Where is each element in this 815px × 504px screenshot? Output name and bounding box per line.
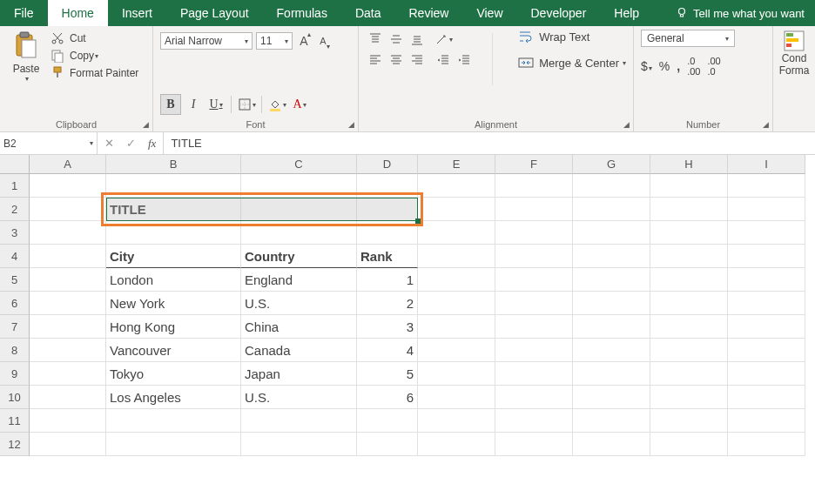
cell-A12[interactable] bbox=[30, 433, 106, 456]
col-header-A[interactable]: A bbox=[30, 155, 106, 174]
font-dialog-launcher[interactable]: ◢ bbox=[348, 120, 354, 129]
decrease-font-size-button[interactable]: A▾ bbox=[315, 31, 331, 50]
cell-F9[interactable] bbox=[495, 362, 573, 386]
alignment-dialog-launcher[interactable]: ◢ bbox=[623, 120, 630, 129]
borders-button[interactable]: ▾ bbox=[236, 94, 257, 115]
cell-A1[interactable] bbox=[30, 174, 106, 198]
cell-E10[interactable] bbox=[418, 386, 495, 409]
cell-C1[interactable] bbox=[241, 174, 357, 198]
cell-F5[interactable] bbox=[495, 268, 573, 292]
insert-function-button[interactable]: fx bbox=[148, 137, 156, 151]
fill-handle[interactable] bbox=[415, 218, 421, 224]
paste-button[interactable]: Paste ▾ bbox=[7, 30, 45, 84]
col-header-H[interactable]: H bbox=[650, 155, 728, 174]
row-header-10[interactable]: 10 bbox=[0, 386, 30, 409]
cell-B1[interactable] bbox=[106, 174, 241, 198]
cell-B4[interactable]: City bbox=[106, 245, 241, 268]
tab-formulas[interactable]: Formulas bbox=[263, 0, 341, 26]
cell-I4[interactable] bbox=[728, 245, 805, 268]
cell-F8[interactable] bbox=[495, 339, 573, 362]
tab-help[interactable]: Help bbox=[600, 0, 653, 26]
row-header-8[interactable]: 8 bbox=[0, 339, 30, 362]
cell-A7[interactable] bbox=[30, 315, 106, 339]
comma-format-button[interactable]: , bbox=[677, 59, 680, 73]
tab-file[interactable]: File bbox=[0, 0, 48, 26]
cell-F4[interactable] bbox=[495, 245, 573, 268]
cell-C3[interactable] bbox=[241, 221, 357, 245]
cell-H4[interactable] bbox=[650, 245, 728, 268]
top-align-button[interactable] bbox=[366, 30, 385, 49]
cell-G4[interactable] bbox=[573, 245, 650, 268]
cell-I2[interactable] bbox=[728, 198, 805, 221]
italic-button[interactable]: I bbox=[183, 94, 204, 115]
bottom-align-button[interactable] bbox=[408, 30, 427, 49]
cell-G7[interactable] bbox=[573, 315, 650, 339]
cell-H9[interactable] bbox=[650, 362, 728, 386]
col-header-C[interactable]: C bbox=[241, 155, 357, 174]
bold-button[interactable]: B bbox=[160, 94, 181, 115]
cell-C10[interactable]: U.S. bbox=[241, 386, 357, 409]
cell-H12[interactable] bbox=[650, 433, 728, 456]
cell-A4[interactable] bbox=[30, 245, 106, 268]
left-align-button[interactable] bbox=[366, 50, 385, 70]
cell-H7[interactable] bbox=[650, 315, 728, 339]
cell-F11[interactable] bbox=[495, 409, 573, 433]
orientation-button[interactable]: ▾ bbox=[434, 30, 453, 49]
cell-A11[interactable] bbox=[30, 409, 106, 433]
cell-B8[interactable]: Vancouver bbox=[106, 339, 241, 362]
increase-indent-button[interactable] bbox=[455, 50, 474, 70]
row-header-1[interactable]: 1 bbox=[0, 174, 30, 198]
format-painter-button[interactable]: Format Painter bbox=[51, 64, 138, 82]
cell-H1[interactable] bbox=[650, 174, 728, 198]
decrease-indent-button[interactable] bbox=[434, 50, 453, 70]
cell-A6[interactable] bbox=[30, 292, 106, 315]
cell-B9[interactable]: Tokyo bbox=[106, 362, 241, 386]
cell-F10[interactable] bbox=[495, 386, 573, 409]
col-header-D[interactable]: D bbox=[357, 155, 418, 174]
clipboard-dialog-launcher[interactable]: ◢ bbox=[143, 120, 149, 129]
name-box[interactable]: B2 ▾ bbox=[0, 132, 98, 154]
font-color-button[interactable]: A ▾ bbox=[289, 94, 310, 115]
cell-I1[interactable] bbox=[728, 174, 805, 198]
cell-D8[interactable]: 4 bbox=[357, 339, 418, 362]
cell-H5[interactable] bbox=[650, 268, 728, 292]
cell-D1[interactable] bbox=[357, 174, 418, 198]
increase-decimal-button[interactable]: .0.00 bbox=[687, 56, 700, 77]
cell-G9[interactable] bbox=[573, 362, 650, 386]
increase-font-size-button[interactable]: A▴ bbox=[296, 31, 312, 50]
accounting-format-button[interactable]: $▾ bbox=[641, 59, 652, 73]
cell-F7[interactable] bbox=[495, 315, 573, 339]
cell-G2[interactable] bbox=[573, 198, 650, 221]
cell-F3[interactable] bbox=[495, 221, 573, 245]
cell-B5[interactable]: London bbox=[106, 268, 241, 292]
row-header-11[interactable]: 11 bbox=[0, 409, 30, 433]
cell-A3[interactable] bbox=[30, 221, 106, 245]
decrease-decimal-button[interactable]: .00.0 bbox=[707, 56, 720, 77]
cell-C12[interactable] bbox=[241, 433, 357, 456]
cell-I9[interactable] bbox=[728, 362, 805, 386]
tell-me-search[interactable]: Tell me what you want bbox=[665, 0, 815, 26]
cell-G1[interactable] bbox=[573, 174, 650, 198]
tab-view[interactable]: View bbox=[462, 0, 516, 26]
enter-formula-button[interactable]: ✓ bbox=[126, 137, 136, 150]
cell-E5[interactable] bbox=[418, 268, 495, 292]
cell-D11[interactable] bbox=[357, 409, 418, 433]
cell-B6[interactable]: New York bbox=[106, 292, 241, 315]
cell-F1[interactable] bbox=[495, 174, 573, 198]
tab-insert[interactable]: Insert bbox=[108, 0, 166, 26]
cell-I7[interactable] bbox=[728, 315, 805, 339]
cell-F2[interactable] bbox=[495, 198, 573, 221]
percent-format-button[interactable]: % bbox=[659, 59, 670, 73]
cell-D6[interactable]: 2 bbox=[357, 292, 418, 315]
cut-button[interactable]: Cut bbox=[51, 30, 138, 47]
row-header-5[interactable]: 5 bbox=[0, 268, 30, 292]
cell-D3[interactable] bbox=[357, 221, 418, 245]
cell-D4[interactable]: Rank bbox=[357, 245, 418, 268]
cell-A8[interactable] bbox=[30, 339, 106, 362]
cell-D9[interactable]: 5 bbox=[357, 362, 418, 386]
center-align-button[interactable] bbox=[387, 50, 406, 70]
tab-developer[interactable]: Developer bbox=[517, 0, 601, 26]
tab-home[interactable]: Home bbox=[48, 0, 108, 26]
cell-B7[interactable]: Hong Kong bbox=[106, 315, 241, 339]
cell-G8[interactable] bbox=[573, 339, 650, 362]
